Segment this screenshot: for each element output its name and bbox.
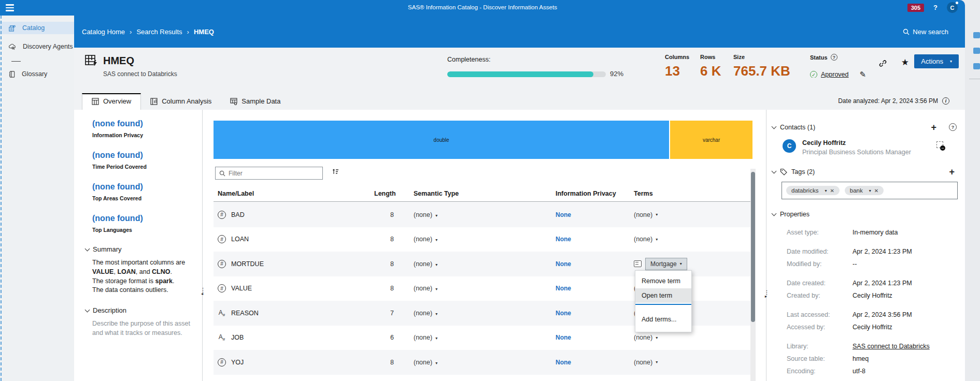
remove-tag-icon[interactable]: ✕: [874, 188, 878, 194]
status-help-icon[interactable]: ?: [831, 54, 837, 61]
col-header-privacy[interactable]: Information Privacy: [556, 190, 634, 197]
chevron-down-icon: [772, 169, 777, 174]
properties-list: Asset type:In-memory data Date modified:…: [787, 226, 963, 377]
overview-content: (none found) Information Privacy (none f…: [74, 110, 965, 381]
terms-dropdown[interactable]: (none)▾: [634, 236, 752, 243]
summary-section-toggle[interactable]: Summary: [86, 245, 198, 253]
semantic-type-dropdown[interactable]: (none)▾: [394, 236, 556, 243]
tab-overview[interactable]: Overview: [82, 93, 141, 110]
panel-resize-handle[interactable]: ⋮◄: [200, 288, 204, 296]
tags-section-toggle[interactable]: Tags (2): [791, 168, 815, 175]
status-value-link[interactable]: Approved: [821, 71, 849, 78]
numeric-column-icon: #: [218, 211, 226, 219]
privacy-link[interactable]: None: [556, 211, 571, 218]
contacts-help-icon[interactable]: ?: [949, 123, 957, 131]
remove-contact-icon[interactable]: [936, 141, 943, 148]
menu-item-add-terms[interactable]: Add terms...: [635, 312, 691, 327]
filter-input[interactable]: [229, 170, 319, 177]
menu-item-open-term[interactable]: Open term: [635, 288, 691, 303]
column-name: JOB: [231, 334, 244, 341]
chevron-down-icon: [772, 124, 777, 129]
column-name: REASON: [231, 310, 259, 317]
search-icon: [219, 170, 225, 177]
sidebar-item-glossary[interactable]: Glossary: [0, 68, 74, 80]
facet-value-link[interactable]: (none found): [92, 151, 198, 160]
semantic-type-dropdown[interactable]: (none)▾: [394, 310, 556, 317]
type-segment-double[interactable]: double: [214, 121, 669, 159]
breadcrumb-search-results[interactable]: Search Results: [136, 28, 182, 36]
new-search-button[interactable]: New search: [903, 28, 948, 36]
column-length: 6: [374, 334, 394, 341]
info-icon[interactable]: i: [942, 97, 949, 105]
sidebar-item-catalog[interactable]: Catalog: [0, 22, 74, 34]
property-value: Cecily Hoffritz: [853, 292, 892, 299]
table-row: #YOJ 8 (none)▾ None (none)▾: [214, 350, 752, 375]
table-row: #BAD 8 (none)▾ None (none)▾: [214, 202, 752, 227]
data-asset-icon: [84, 54, 98, 67]
menu-item-remove-term[interactable]: Remove term: [635, 274, 691, 288]
col-header-terms[interactable]: Terms: [634, 190, 752, 197]
columns-section: double varchar Name/Label Length Semanti…: [214, 110, 752, 381]
copy-link-icon[interactable]: [878, 59, 887, 68]
privacy-link[interactable]: None: [556, 260, 571, 268]
terms-dropdown[interactable]: (none)▾: [634, 211, 752, 218]
contact-avatar: C: [783, 139, 796, 153]
tag-chip-bank[interactable]: bank ▾ ✕: [845, 186, 884, 195]
table-scrollbar-thumb[interactable]: [751, 172, 755, 322]
facet-value-link[interactable]: (none found): [92, 214, 198, 223]
col-header-name[interactable]: Name/Label: [214, 190, 374, 197]
terms-dropdown[interactable]: (none)▾: [634, 334, 752, 341]
breadcrumb-separator: ›: [187, 28, 189, 36]
help-icon[interactable]: ?: [933, 4, 938, 11]
stat-rows: Rows 6 K: [700, 54, 721, 79]
actions-button[interactable]: Actions ▾: [914, 54, 959, 68]
add-contact-button[interactable]: +: [931, 124, 936, 131]
privacy-link[interactable]: None: [556, 334, 571, 341]
search-icon: [903, 28, 910, 35]
description-section-toggle[interactable]: Description: [86, 306, 198, 314]
privacy-link[interactable]: None: [556, 285, 571, 292]
semantic-type-dropdown[interactable]: (none)▾: [394, 260, 556, 268]
overview-icon: [92, 98, 99, 105]
semantic-type-dropdown[interactable]: (none)▾: [394, 211, 556, 218]
privacy-link[interactable]: None: [556, 310, 571, 317]
facet-value-link[interactable]: (none found): [92, 182, 198, 192]
col-header-semantic[interactable]: Semantic Type: [394, 190, 556, 197]
favorite-star-icon[interactable]: ★: [901, 57, 909, 68]
privacy-link[interactable]: None: [556, 359, 571, 366]
tab-column-analysis[interactable]: Column Analysis: [141, 93, 221, 110]
library-link[interactable]: SAS connect to Databricks: [853, 343, 930, 350]
column-analysis-icon: [150, 98, 158, 105]
description-editor[interactable]: Describe the purpose of this asset and w…: [92, 319, 198, 338]
sidebar-item-discovery-agents[interactable]: Discovery Agents: [0, 40, 74, 53]
tab-bar: Overview Column Analysis Sample Data Dat…: [74, 78, 965, 110]
column-length: 8: [374, 285, 394, 292]
type-segment-varchar[interactable]: varchar: [670, 121, 752, 159]
column-name: LOAN: [231, 236, 249, 243]
semantic-type-dropdown[interactable]: (none)▾: [394, 359, 556, 366]
privacy-link[interactable]: None: [556, 236, 571, 243]
panel-resize-handle[interactable]: ⋮►: [764, 291, 768, 298]
semantic-type-dropdown[interactable]: (none)▾: [394, 334, 556, 341]
term-button-mortgage[interactable]: Mortgage▾: [645, 258, 687, 270]
tag-chip-databricks[interactable]: databricks ▾ ✕: [786, 186, 840, 195]
breadcrumb-catalog-home[interactable]: Catalog Home: [82, 28, 125, 36]
tags-input-box[interactable]: databricks ▾ ✕ bank ▾ ✕: [782, 182, 958, 199]
notification-badge[interactable]: 305: [907, 4, 924, 12]
terms-dropdown[interactable]: (none)▾: [634, 359, 752, 366]
sort-options-icon[interactable]: [332, 168, 339, 175]
discovery-agents-icon: [8, 43, 17, 50]
breadcrumb-bar: Catalog Home › Search Results › HMEQ New…: [74, 16, 965, 48]
user-avatar[interactable]: C: [947, 2, 958, 13]
contacts-section-toggle[interactable]: Contacts (1): [780, 124, 815, 131]
overview-side-summary: (none found) Information Privacy (none f…: [92, 119, 198, 338]
facet-value-link[interactable]: (none found): [92, 119, 198, 128]
chevron-down-icon: [772, 211, 777, 216]
add-tag-button[interactable]: +: [949, 168, 955, 175]
semantic-type-dropdown[interactable]: (none)▾: [394, 285, 556, 292]
properties-section-toggle[interactable]: Properties: [780, 211, 809, 218]
tab-sample-data[interactable]: Sample Data: [221, 93, 290, 110]
remove-tag-icon[interactable]: ✕: [830, 188, 834, 194]
property-value: In-memory data: [853, 229, 898, 236]
col-header-length[interactable]: Length: [374, 190, 394, 197]
